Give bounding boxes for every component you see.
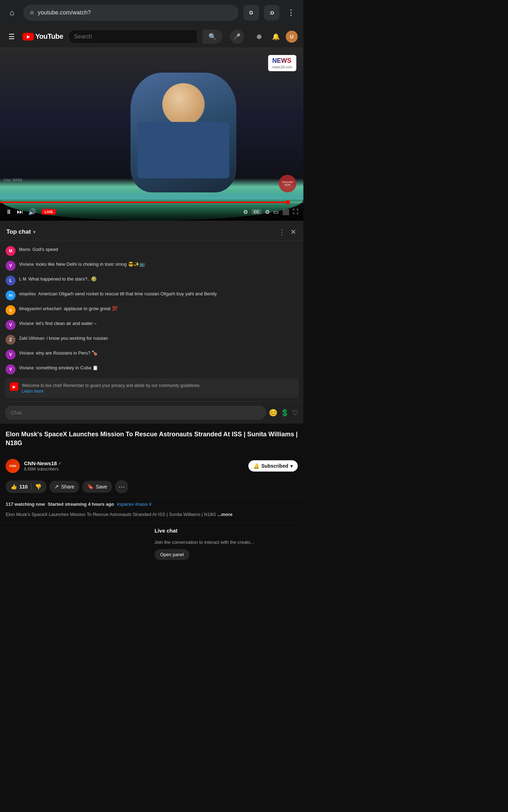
video-controls: ⏸ ⏭ 🔊 LIVE ⚙ CC ⚙ ▭ ⬛ ⛶	[0, 203, 303, 221]
youtube-logo-text: YouTube	[35, 32, 63, 41]
chat-text: American Oligarh send rocket to rescue t…	[38, 291, 217, 296]
search-button[interactable]: 🔍	[202, 30, 222, 44]
fullscreen-button[interactable]: ⛶	[293, 209, 298, 215]
channel-name-row: CNN-News18 ✓	[24, 460, 62, 466]
chat-username: Viviane	[19, 262, 34, 267]
chat-username: L M	[19, 277, 26, 282]
channel-avatar[interactable]: CNN	[6, 459, 20, 473]
save-icon: 🔖	[87, 484, 94, 490]
chat-username: Viviane	[19, 351, 34, 356]
search-input[interactable]	[74, 33, 192, 40]
next-button[interactable]: ⏭	[16, 208, 24, 216]
save-button[interactable]: 🔖 Save	[82, 481, 112, 493]
chat-dropdown-icon[interactable]: ▾	[33, 229, 36, 235]
like-button[interactable]: 👍 110 👎	[6, 480, 47, 493]
pause-button[interactable]: ⏸	[5, 208, 13, 216]
chat-text: let's find clean air and water –	[36, 321, 97, 326]
chat-header-right: ⋮ ✕	[278, 227, 297, 237]
chat-message: m miqellesAmerican Oligarh send rocket t…	[0, 288, 303, 303]
chat-message: L L MWhat happened to the stars?.. 🤣	[0, 273, 303, 288]
verified-icon: ✓	[58, 461, 62, 466]
emoji-button[interactable]: :D	[264, 5, 279, 20]
astronaut-figure	[131, 73, 236, 192]
chat-messages: M MarioGod's speed V Vivianelooks like N…	[0, 241, 303, 375]
video-title: Elon Musk's SpaceX Launches Mission To R…	[6, 430, 298, 448]
super-chat-button[interactable]: 💲	[280, 408, 289, 417]
chat-user-avatar: V	[6, 261, 16, 271]
mic-button[interactable]: 🎤	[230, 30, 244, 44]
youtube-notice-icon: ▶	[10, 382, 18, 391]
hashtags[interactable]: #spacex #nasa #	[117, 502, 151, 508]
chat-username: miqelles	[19, 291, 36, 296]
chat-message-body: Vivianelet's find clean air and water –	[19, 320, 96, 326]
share-icon: ↗	[54, 484, 59, 490]
chat-user-avatar: L	[6, 276, 16, 285]
chat-header: Top chat ▾ ⋮ ✕	[0, 221, 303, 241]
menu-icon[interactable]: ☰	[6, 30, 18, 44]
live-chat-right: Live chat Join the conversation to inter…	[155, 528, 298, 560]
live-chat-left	[6, 528, 149, 560]
miniplayer-toggle[interactable]: ⚙	[243, 209, 248, 215]
browser-bar: ⌂ ⚙ youtube.com/watch? G :D ⋮	[0, 0, 303, 25]
stream-started: Started streaming 4 hours ago	[48, 502, 114, 507]
video-info: Elon Musk's SpaceX Launches Mission To R…	[0, 424, 303, 455]
settings-button[interactable]: ⚙	[265, 209, 270, 215]
subscribe-now-button[interactable]: Subscribe NOW	[279, 175, 296, 192]
chat-user-avatar: V	[6, 364, 16, 374]
nav-icons: ⊕ 🔔 U	[252, 30, 298, 44]
chat-more-button[interactable]: ⋮	[278, 227, 286, 237]
chat-input-row: 😊 💲 ♡	[0, 401, 303, 424]
lock-icon: ⚙	[30, 10, 34, 16]
captions-button[interactable]: CC	[252, 209, 261, 215]
chat-message: M MarioGod's speed	[0, 244, 303, 258]
theater-button[interactable]: ▭	[273, 209, 279, 215]
browser-more-icon[interactable]: ⋮	[284, 7, 298, 19]
channel-name: CNN-News18	[24, 460, 57, 466]
open-panel-button[interactable]: Open panel	[155, 549, 189, 560]
description-row: Elon Musk's SpaceX Launches Mission To R…	[6, 510, 298, 518]
chat-close-button[interactable]: ✕	[290, 227, 297, 237]
browser-url-bar[interactable]: ⚙ youtube.com/watch?	[23, 5, 238, 21]
chat-username: Viviane	[19, 321, 34, 326]
heart-button[interactable]: ♡	[292, 408, 298, 417]
chat-text: applause to grow great 💯	[64, 306, 117, 311]
chat-message-body: bhagyashri arkachariapplause to grow gre…	[19, 305, 117, 312]
chat-user-avatar: m	[6, 290, 16, 300]
share-button[interactable]: ↗ Share	[49, 481, 79, 493]
dislike-icon: 👎	[35, 484, 42, 490]
learn-more-link[interactable]: Learn more	[22, 389, 201, 394]
channel-subscribers: 8.66M subscribers	[24, 467, 62, 472]
avatar[interactable]: U	[286, 31, 298, 43]
chat-user-avatar: V	[6, 320, 16, 330]
chat-message-body: Vivianewhy are Russians in Peru? 🍗	[19, 350, 97, 356]
video-player[interactable]: NEWS news18.com Subscribe NOW Ctsy: NASA…	[0, 48, 303, 221]
translate-button[interactable]: G	[243, 5, 259, 20]
live-badge: LIVE	[42, 209, 56, 215]
news18-logo: NEWS news18.com	[268, 55, 296, 71]
browser-home-icon[interactable]: ⌂	[6, 6, 18, 19]
chat-input[interactable]	[5, 406, 266, 419]
chat-notice: ▶ Welcome to live chat! Remember to guar…	[5, 378, 298, 398]
create-button[interactable]: ⊕	[252, 30, 266, 44]
volume-button[interactable]: 🔊	[28, 207, 37, 216]
search-bar[interactable]	[68, 30, 198, 44]
more-link[interactable]: ...more	[217, 512, 232, 517]
miniplayer-button[interactable]: ⬛	[282, 209, 289, 215]
watching-count: 117 watching now	[6, 502, 45, 507]
chat-message: V Vivianesomething smokey in Cuba 📋	[0, 362, 303, 375]
stats-row: 117 watching now Started streaming 4 hou…	[0, 497, 303, 522]
chat-user-avatar: V	[6, 350, 16, 359]
youtube-logo[interactable]: ▶ YouTube	[23, 32, 63, 41]
chat-text: i know you working for russian	[47, 336, 108, 341]
chat-message-body: L MWhat happened to the stars?.. 🤣	[19, 276, 97, 282]
right-controls: ⚙ CC ⚙ ▭ ⬛ ⛶	[243, 209, 298, 215]
more-actions-button[interactable]: ⋯	[115, 480, 128, 493]
subscribed-button[interactable]: 🔔 Subscribed ▾	[248, 460, 298, 472]
chat-message: b bhagyashri arkachariapplause to grow g…	[0, 303, 303, 318]
chat-notice-body: Welcome to live chat! Remember to guard …	[22, 382, 201, 394]
notifications-button[interactable]: 🔔	[269, 30, 283, 44]
live-chat-description: Join the conversation to interact with t…	[155, 539, 298, 546]
emoji-button[interactable]: 😊	[269, 408, 278, 417]
chat-text: God's speed	[32, 247, 58, 252]
youtube-navbar: ☰ ▶ YouTube 🔍 🎤 ⊕ 🔔 U	[0, 25, 303, 48]
